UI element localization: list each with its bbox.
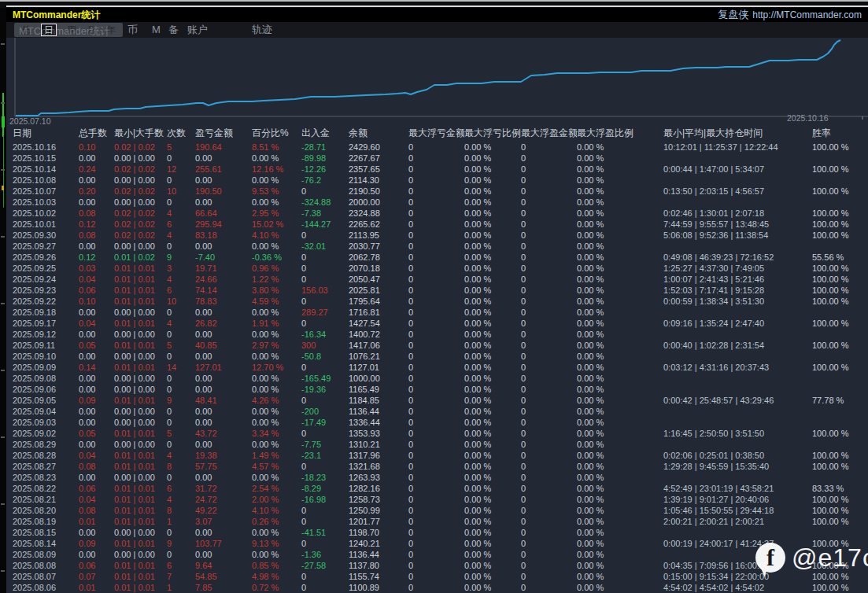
table-cell: 0:02:06 | 0:25:01 | 0:38:50 [663,450,812,461]
table-row[interactable]: 2025.09.230.060.01 | 0.01674.143.80 %156… [6,285,868,296]
table-row[interactable]: 2025.08.200.080.01 | 0.01849.224.10 %012… [6,505,868,516]
table-row[interactable]: 2025.09.300.080.02 | 0.02483.184.10 %021… [6,230,868,241]
table-row[interactable]: 2025.10.160.100.02 | 0.025190.648.51 %-2… [6,142,868,153]
table-row[interactable]: 2025.09.260.120.01 | 0.029-7.40-0.36 %02… [6,252,868,263]
table-row[interactable]: 2025.09.250.030.01 | 0.01319.710.96 %020… [6,263,868,274]
table-row[interactable]: 2025.09.050.090.01 | 0.01948.414.26 %011… [6,395,868,406]
table-cell: 0 [408,483,464,494]
column-header[interactable]: 最大浮亏金额 [408,124,464,142]
column-header[interactable]: 最大浮亏比例 [464,124,521,142]
table-cell: 0.00 [195,175,252,186]
table-cell: 0.00 [79,406,114,417]
table-cell: 0.00 [195,373,252,384]
table-row[interactable]: 2025.10.020.080.02 | 0.02466.642.95 %-7.… [6,208,868,219]
period-button-总[interactable]: 总 [21,24,31,35]
toolbar-button-轨迹[interactable]: 轨迹 [252,24,272,35]
table-cell: 5 [167,340,195,351]
table-cell: 1400.72 [349,329,408,340]
table-row[interactable]: 2025.09.180.000.00 | 0.0000.000.00 %289.… [6,307,868,318]
table-cell: 4.10 % [252,230,301,241]
table-cell: 0.01 | 0.01 [114,538,167,549]
table-row[interactable]: 2025.09.090.140.01 | 0.0114127.0112.70 %… [6,362,868,373]
table-row[interactable]: 2025.09.020.050.01 | 0.01543.723.34 %013… [6,428,868,439]
table-cell: 100.00 % [812,582,868,593]
column-header[interactable]: 最小|大手数 [114,124,167,142]
table-row[interactable]: 2025.09.040.000.00 | 0.0000.000.00 %-200… [6,406,868,417]
table-row[interactable]: 2025.10.150.000.00 | 0.0000.000.00 %-89.… [6,153,868,164]
table-cell: 0.00 % [464,505,521,516]
table-cell: 0.00 % [577,208,663,219]
table-row[interactable]: 2025.09.060.000.00 | 0.0000.000.00 %-19.… [6,384,868,395]
table-row[interactable]: 2025.09.240.040.01 | 0.01424.661.22 %020… [6,274,868,285]
table-row[interactable]: 2025.10.140.240.02 | 0.0212255.6112.16 %… [6,164,868,175]
table-cell: 2000.00 [349,197,408,208]
brand-url[interactable]: http://MTCommander.com [752,9,862,20]
table-row[interactable]: 2025.09.030.000.00 | 0.0000.000.00 %-17.… [6,417,868,428]
column-header[interactable]: 总手数 [79,124,114,142]
table-cell: 0 [521,450,577,461]
column-header[interactable]: 出入金 [301,124,349,142]
table-cell: 0.02 | 0.02 [114,142,167,153]
table-row[interactable]: 2025.09.270.000.00 | 0.0000.000.00 %-32.… [6,241,868,252]
table-row[interactable]: 2025.08.090.000.00 | 0.0000.000.00 %-1.3… [6,549,868,560]
table-row[interactable]: 2025.10.080.000.00 | 0.0000.000.00 %-76.… [6,175,868,186]
column-header[interactable]: 次数 [167,124,195,142]
column-header[interactable]: 最小|平均|最大持仓时间 [663,124,812,142]
table-cell: 2025.09.23 [13,285,79,296]
table-row[interactable]: 2025.09.220.100.01 | 0.011078.834.59 %01… [6,296,868,307]
table-cell: 100.00 % [812,516,868,527]
table-cell: 0.00 % [464,494,521,505]
column-header[interactable]: 盈亏金额 [195,124,252,142]
table-cell: 55.56 % [812,252,868,263]
table-cell: -16.34 [301,329,349,340]
period-button-月[interactable]: 月 [87,24,96,35]
column-header[interactable]: 最大浮盈金额 [521,124,577,142]
period-button-周[interactable]: 周 [67,24,76,35]
table-row[interactable]: 2025.08.290.000.00 | 0.0000.000.00 %-7.7… [6,439,868,450]
toolbar-button-账户[interactable]: 账户 [187,24,208,35]
table-cell: 0 [408,560,464,571]
table-row[interactable]: 2025.08.190.010.01 | 0.0113.070.26 %0120… [6,516,868,527]
table-cell [812,417,868,428]
table-cell: 2025.09.03 [13,417,79,428]
table-row[interactable]: 2025.10.030.000.00 | 0.0000.000.00 %-324… [6,197,868,208]
table-row[interactable]: 2025.09.080.000.00 | 0.0000.000.00 %-165… [6,373,868,384]
title-bar[interactable]: MTCommander统计 复盘侠http://MTCommander.com [6,8,868,22]
table-row[interactable]: 2025.08.150.000.00 | 0.0000.000.00 %-41.… [6,527,868,538]
table-cell: 0.00 [79,549,114,560]
toolbar-button-币[interactable]: 币 [127,24,138,35]
brand-link[interactable]: 复盘侠http://MTCommander.com [718,8,862,22]
table-row[interactable]: 2025.08.280.040.01 | 0.01419.381.49 %-23… [6,450,868,461]
table-cell: 0 [408,230,464,241]
toolbar-button-M[interactable]: M [152,24,161,35]
column-header[interactable]: 胜率 [812,124,868,142]
table-row[interactable]: 2025.08.220.060.01 | 0.01631.722.54 %-8.… [6,483,868,494]
table-row[interactable]: 2025.09.110.050.01 | 0.01540.852.97 %300… [6,340,868,351]
equity-curve-svg [6,38,868,124]
period-button-日[interactable]: 日 [41,24,57,36]
table-row[interactable]: 2025.08.080.060.01 | 0.0169.640.85 %-27.… [6,560,868,571]
table-row[interactable]: 2025.10.070.200.02 | 0.0210190.509.53 %0… [6,186,868,197]
table-row[interactable]: 2025.08.270.080.01 | 0.01857.754.57 %013… [6,461,868,472]
table-cell: 0.00 | 0.00 [114,527,167,538]
column-header[interactable]: 百分比% [252,124,301,142]
table-cell: 0 [301,516,349,527]
table-row[interactable]: 2025.08.060.010.01 | 0.0117.850.72 %0110… [6,582,868,593]
table-cell: 100.00 % [812,340,868,351]
table-row[interactable]: 2025.09.100.000.00 | 0.0000.000.00 %-50.… [6,351,868,362]
toolbar-button-备[interactable]: 备 [168,24,179,35]
column-header[interactable]: 余额 [349,124,408,142]
table-cell: 0 [408,219,464,230]
table-row[interactable]: 2025.09.170.040.01 | 0.01426.821.91 %014… [6,318,868,329]
table-row[interactable]: 2025.08.210.040.01 | 0.01424.722.00 %-16… [6,494,868,505]
table-cell: 2025.09.26 [13,252,79,263]
table-row[interactable]: 2025.08.140.090.01 | 0.019103.779.13 %01… [6,538,868,549]
column-header[interactable]: 最大浮盈比例 [577,124,663,142]
table-row[interactable]: 2025.09.120.000.00 | 0.0000.000.00 %-16.… [6,329,868,340]
period-button-年[interactable]: 年 [106,24,116,35]
column-header[interactable]: 日期 [13,124,79,142]
table-row[interactable]: 2025.10.010.120.02 | 0.026295.9415.02 %-… [6,219,868,230]
table-cell: -32.01 [301,241,349,252]
table-row[interactable]: 2025.08.070.070.01 | 0.01754.854.98 %011… [6,571,868,582]
table-row[interactable]: 2025.08.230.000.00 | 0.0000.000.00 %-18.… [6,472,868,483]
